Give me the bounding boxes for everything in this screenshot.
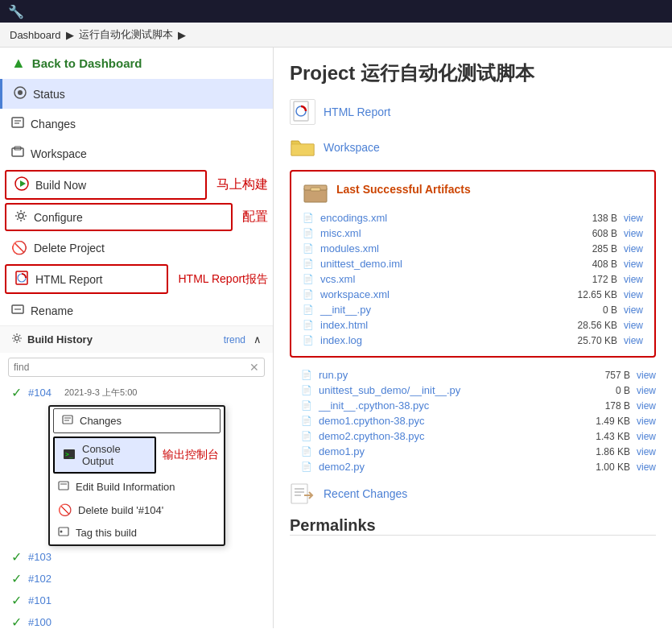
recent-changes-link[interactable]: Recent Changes (324, 487, 407, 500)
extra-file-item: 📄 demo2.cpython-38.pyc 1.43 KB view (290, 428, 656, 444)
breadcrumb-home[interactable]: Dashboard (10, 29, 61, 41)
extra-file-link[interactable]: unittest_sub_demo/__init__.py (319, 384, 567, 396)
artifact-item: 📄 index.html 28.56 KB view (303, 317, 643, 333)
extra-file-item: 📄 run.py 757 B view (290, 367, 656, 383)
extra-file-view-link[interactable]: view (637, 370, 656, 381)
extra-file-link[interactable]: demo1.py (319, 445, 567, 457)
extra-file-view-link[interactable]: view (637, 461, 656, 473)
artifact-file-link[interactable]: vcs.xml (320, 273, 555, 285)
artifact-file-icon: 📄 (303, 304, 314, 315)
sidebar-item-build-now[interactable]: Build Now (5, 170, 207, 200)
artifact-file-size: 172 B (561, 274, 617, 285)
workspace-row: Workspace (290, 134, 656, 160)
top-bar: 🔧 (0, 0, 672, 23)
build-number-103[interactable]: #103 (28, 551, 52, 563)
artifact-file-link[interactable]: index.log (320, 334, 555, 346)
svg-rect-2 (12, 118, 23, 127)
artifact-view-link[interactable]: view (624, 228, 643, 239)
artifact-view-link[interactable]: view (624, 320, 643, 331)
delete-icon: 🚫 (11, 240, 27, 255)
artifact-view-link[interactable]: view (624, 304, 643, 316)
artifact-file-link[interactable]: encodings.xml (320, 212, 555, 224)
status-icon (14, 86, 27, 101)
extra-file-link[interactable]: demo1.cpython-38.pyc (319, 415, 567, 427)
html-report-label: HTML Report (35, 273, 103, 286)
recent-changes-icon (290, 481, 315, 507)
console-annotation: 输出控制台 (163, 448, 219, 462)
build-status-ok-icon-103: ✓ (11, 549, 22, 565)
sidebar-item-html-report[interactable]: HTML Report (5, 264, 168, 294)
context-menu-changes[interactable]: Changes (53, 408, 221, 433)
sidebar-item-back[interactable]: ▲ Back to Dashboard (0, 48, 273, 79)
context-menu-console[interactable]: >_ Console Output (53, 437, 156, 474)
artifact-title: Last Successful Artifacts (336, 183, 471, 196)
artifact-file-size: 28.56 KB (561, 320, 617, 331)
extra-file-view-link[interactable]: view (637, 431, 656, 442)
artifact-file-link[interactable]: modules.xml (320, 242, 555, 254)
build-item-101[interactable]: ✓ #101 (0, 590, 273, 611)
extra-file-link[interactable]: demo2.py (319, 461, 567, 473)
extra-file-view-link[interactable]: view (637, 446, 656, 457)
artifact-item: 📄 encodings.xml 138 B view (303, 210, 643, 226)
changes-icon (11, 116, 24, 131)
extra-file-view-link[interactable]: view (637, 400, 656, 412)
build-number-104[interactable]: #104 (28, 387, 52, 399)
artifact-view-link[interactable]: view (624, 213, 643, 224)
chevron-up-icon: ∧ (254, 333, 262, 346)
build-number-100[interactable]: #100 (28, 616, 52, 628)
build-item-104[interactable]: ✓ #104 2021-9-3 上午5:00 (0, 382, 273, 403)
build-status-ok-icon-101: ✓ (11, 593, 22, 608)
context-menu-delete-build[interactable]: 🚫 Delete build '#104' (50, 499, 224, 521)
extra-file-link[interactable]: __init__.cpython-38.pyc (319, 399, 567, 412)
artifact-view-link[interactable]: view (624, 243, 643, 254)
artifact-file-link[interactable]: workspace.xml (320, 288, 555, 300)
context-changes-label: Changes (80, 415, 122, 427)
extra-file-item: 📄 __init__.cpython-38.pyc 178 B view (290, 398, 656, 413)
artifact-file-link[interactable]: __init__.py (320, 304, 555, 316)
main-content: Project 运行自动化测试脚本 HTML Report Workspace (274, 48, 672, 628)
build-number-102[interactable]: #102 (28, 573, 52, 585)
svg-text:>_: >_ (65, 451, 73, 458)
extra-file-item: 📄 unittest_sub_demo/__init__.py 0 B view (290, 383, 656, 398)
artifact-file-link[interactable]: index.html (320, 319, 555, 331)
context-menu-tag-build[interactable]: Tag this build (50, 521, 224, 544)
extra-file-size: 757 B (574, 370, 630, 381)
sidebar-item-status[interactable]: Status (0, 79, 273, 109)
artifact-file-link[interactable]: unittest_demo.iml (320, 258, 555, 270)
html-report-link[interactable]: HTML Report (324, 106, 391, 118)
extra-file-view-link[interactable]: view (637, 416, 656, 427)
context-menu-edit-build[interactable]: Edit Build Information (50, 475, 224, 499)
delete-label: Delete Project (34, 242, 105, 254)
context-changes-icon (62, 414, 73, 428)
build-item-102[interactable]: ✓ #102 (0, 568, 273, 590)
extra-file-view-link[interactable]: view (637, 385, 656, 396)
build-item-100[interactable]: ✓ #100 (0, 611, 273, 628)
extra-file-link[interactable]: run.py (319, 369, 567, 381)
build-history-gear-icon (11, 333, 23, 346)
artifact-view-link[interactable]: view (624, 289, 643, 300)
build-history-title: Build History (27, 333, 219, 346)
artifact-view-link[interactable]: view (624, 259, 643, 270)
sidebar-item-delete[interactable]: 🚫 Delete Project (0, 233, 273, 263)
extra-file-size: 1.00 KB (574, 461, 630, 473)
artifact-view-link[interactable]: view (624, 335, 643, 346)
sidebar-item-changes[interactable]: Changes (0, 109, 273, 139)
workspace-link[interactable]: Workspace (324, 141, 380, 154)
artifact-file-link[interactable]: misc.xml (320, 227, 555, 239)
artifact-view-link[interactable]: view (624, 274, 643, 285)
build-history-header: Build History trend ∧ (0, 325, 273, 353)
rename-label: Rename (31, 304, 73, 317)
sidebar-item-rename[interactable]: Rename (0, 296, 273, 325)
context-edit-label: Edit Build Information (76, 481, 175, 493)
extra-file-link[interactable]: demo2.cpython-38.pyc (319, 430, 567, 442)
build-item-103[interactable]: ✓ #103 (0, 546, 273, 568)
search-clear-button[interactable]: ✕ (249, 361, 259, 374)
build-search-input[interactable] (14, 362, 249, 373)
build-status-ok-icon-100: ✓ (11, 615, 22, 628)
build-number-101[interactable]: #101 (28, 594, 52, 606)
sidebar-item-configure[interactable]: Configure (5, 203, 233, 231)
trend-link[interactable]: trend (224, 334, 245, 346)
sidebar-item-workspace[interactable]: Workspace (0, 139, 273, 168)
extra-file-icon: 📄 (301, 370, 312, 380)
artifact-item: 📄 modules.xml 285 B view (303, 241, 643, 256)
